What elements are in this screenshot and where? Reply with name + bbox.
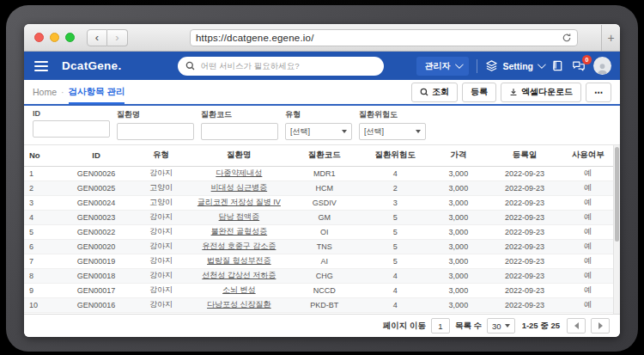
next-page-button[interactable]	[591, 318, 610, 334]
cell-name[interactable]: 담낭 점액증	[189, 210, 289, 224]
back-button[interactable]: ‹	[87, 29, 107, 46]
disease-name-link[interactable]: 선천성 갑상선 저하증	[202, 271, 276, 279]
cell-price: 3,000	[430, 210, 486, 224]
menu-icon[interactable]	[34, 61, 48, 71]
register-button[interactable]: 등록	[462, 83, 496, 102]
filter-id-input[interactable]	[33, 120, 110, 138]
col-price[interactable]: 가격	[430, 145, 486, 166]
filter-id-label: ID	[33, 109, 110, 118]
disease-name-link[interactable]: 담낭 점액증	[219, 212, 260, 221]
global-search[interactable]	[178, 57, 384, 76]
disease-name-link[interactable]: 글리코겐 저장성 질병 IV	[197, 198, 281, 206]
scrollbar-thumb[interactable]	[615, 147, 619, 242]
cell-id: GEN00019	[59, 254, 133, 268]
more-button[interactable]: ⋯	[586, 83, 611, 102]
page-size-select[interactable]: 30	[487, 318, 515, 334]
address-bar[interactable]: https://dcatgene.egene.io/	[190, 29, 578, 46]
filter-disease-code-label: 질환코드	[201, 109, 278, 120]
cell-name[interactable]: 다낭포성 신장질환	[189, 297, 289, 312]
breadcrumb-home[interactable]: Home	[33, 87, 57, 97]
cell-use: 예	[563, 166, 613, 181]
device-mockup: ‹ › https://dcatgene.egene.io/ + DcatGen…	[0, 0, 644, 355]
register-button-label: 등록	[471, 86, 488, 98]
cell-id: GEN00020	[59, 239, 133, 254]
cell-name[interactable]: 소뇌 변성	[189, 283, 289, 297]
cell-type: 강아지	[133, 210, 189, 224]
filter-type: 유형 [선택]	[285, 109, 352, 144]
disease-name-link[interactable]: 유전성 호중구 감소증	[202, 242, 276, 250]
app-logo[interactable]: DcatGene.	[62, 59, 121, 72]
col-disease-code[interactable]: 질환코드	[289, 145, 360, 166]
person-icon	[596, 62, 609, 75]
vertical-scrollbar[interactable]	[613, 145, 620, 314]
cell-no: 3	[24, 195, 59, 210]
filter-disease-name-input[interactable]	[117, 123, 194, 140]
window-controls	[34, 33, 75, 42]
table-row: 3GEN00024고양이글리코겐 저장성 질병 IVGSDIV33,000202…	[24, 195, 613, 210]
chevron-down-icon	[538, 60, 546, 69]
col-use[interactable]: 사용여부	[563, 145, 613, 166]
global-search-input[interactable]	[200, 61, 376, 70]
cell-price: 3,000	[430, 297, 486, 312]
disease-name-link[interactable]: 다낭포성 신장질환	[207, 300, 271, 309]
filter-type-label: 유형	[285, 109, 352, 120]
cell-date: 2022-09-23	[486, 268, 562, 283]
browser-nav-buttons: ‹ ›	[87, 29, 128, 46]
forward-button[interactable]: ›	[107, 29, 128, 46]
table-row: 8GEN00018강아지선천성 갑상선 저하증CHG43,0002022-09-…	[24, 268, 613, 283]
prev-page-button[interactable]	[567, 318, 586, 334]
col-id[interactable]: ID	[59, 145, 133, 166]
reload-icon[interactable]	[562, 33, 572, 43]
cell-id: GEN00016	[59, 297, 133, 312]
cell-name[interactable]: 글리코겐 저장성 질병 IV	[189, 195, 289, 210]
cell-name[interactable]: 법랑질 형성부전증	[189, 254, 289, 268]
app-header: DcatGene. 관리자 Setting	[24, 52, 620, 80]
cell-name[interactable]: 불완전 골형성증	[189, 224, 289, 239]
setting-label: Setting	[502, 61, 533, 71]
cell-risk: 4	[360, 268, 430, 283]
search-button[interactable]: 조회	[411, 83, 458, 102]
cell-code: MDR1	[289, 166, 360, 181]
col-no[interactable]: No	[24, 145, 59, 166]
cell-name[interactable]: 유전성 호중구 감소증	[189, 239, 289, 254]
col-risk[interactable]: 질환위험도	[360, 145, 430, 166]
close-window-button[interactable]	[34, 33, 44, 42]
manual-button[interactable]	[551, 59, 564, 72]
disease-name-link[interactable]: 불완전 골형성증	[211, 227, 268, 236]
cell-code: GM	[289, 210, 360, 224]
minimize-window-button[interactable]	[50, 33, 59, 42]
filter-disease-code-input[interactable]	[201, 123, 278, 140]
new-tab-button[interactable]: +	[601, 25, 620, 51]
list-count-label: 목록 수	[455, 321, 482, 332]
filter-risk-select[interactable]: [선택]	[359, 123, 426, 140]
filter-type-select[interactable]: [선택]	[285, 123, 352, 140]
cell-name[interactable]: 다중약제내성	[189, 166, 289, 181]
disease-name-link[interactable]: 법랑질 형성부전증	[207, 256, 271, 265]
col-type[interactable]: 유형	[133, 145, 189, 166]
col-reg-date[interactable]: 등록일	[486, 145, 562, 166]
cell-name[interactable]: 비대성 심근병증	[189, 181, 289, 195]
excel-download-button[interactable]: 엑셀다운로드	[501, 83, 581, 102]
cell-no: 10	[24, 297, 59, 312]
search-icon	[420, 88, 428, 96]
cell-risk: 5	[360, 224, 430, 239]
cell-use: 예	[563, 283, 613, 297]
col-disease-name[interactable]: 질환명	[189, 145, 289, 166]
chat-button[interactable]: 0	[572, 59, 586, 72]
tab-exam-item-management[interactable]: 검사항목 관리	[69, 86, 125, 104]
disease-name-link[interactable]: 다중약제내성	[216, 168, 262, 177]
page-number-input[interactable]	[431, 318, 450, 334]
setting-dropdown[interactable]: Setting	[485, 59, 544, 72]
user-avatar[interactable]	[593, 57, 611, 75]
header-divider	[477, 59, 477, 73]
cell-risk: 5	[360, 254, 430, 268]
cell-type: 강아지	[133, 166, 189, 181]
cell-date: 2022-09-23	[486, 210, 562, 224]
admin-dropdown[interactable]: 관리자	[416, 57, 469, 76]
zoom-window-button[interactable]	[65, 33, 75, 42]
disease-name-link[interactable]: 비대성 심근병증	[211, 183, 268, 192]
disease-name-link[interactable]: 소뇌 변성	[222, 285, 256, 294]
cell-code: HCM	[289, 181, 360, 195]
cell-type: 강아지	[133, 254, 189, 268]
cell-name[interactable]: 선천성 갑상선 저하증	[189, 268, 289, 283]
